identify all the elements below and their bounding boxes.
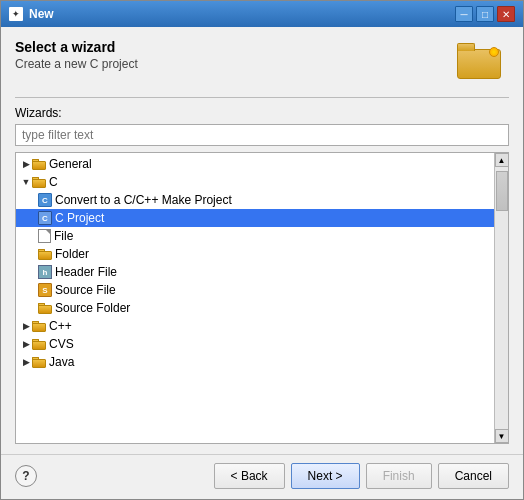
tree-item-cpp[interactable]: ▶ C++ [16, 317, 494, 335]
folder-icon-cpp [32, 320, 46, 332]
expand-icon-general: ▶ [20, 158, 32, 170]
next-button[interactable]: Next > [291, 463, 360, 489]
item-label-file: File [54, 229, 73, 243]
folder-icon-cvs [32, 338, 46, 350]
item-label-cvs: CVS [49, 337, 74, 351]
tree-container: ▶ General ▼ C [15, 152, 509, 444]
help-button[interactable]: ? [15, 465, 37, 487]
header-file-icon: h [38, 265, 52, 279]
item-label-folder: Folder [55, 247, 89, 261]
item-label-c: C [49, 175, 58, 189]
window-icon: ✦ [9, 7, 23, 21]
scroll-thumb[interactable] [496, 171, 508, 211]
tree-item-general[interactable]: ▶ General [16, 155, 494, 173]
scroll-down-button[interactable]: ▼ [495, 429, 509, 443]
scroll-track [495, 167, 508, 429]
minimize-button[interactable]: ─ [455, 6, 473, 22]
item-label-java: Java [49, 355, 74, 369]
finish-button[interactable]: Finish [366, 463, 432, 489]
expand-icon-cvs: ▶ [20, 338, 32, 350]
maximize-button[interactable]: □ [476, 6, 494, 22]
bottom-bar: ? < Back Next > Finish Cancel [1, 454, 523, 499]
item-label-convert: Convert to a C/C++ Make Project [55, 193, 232, 207]
tree-item-folder[interactable]: Folder [16, 245, 494, 263]
cancel-button[interactable]: Cancel [438, 463, 509, 489]
folder-icon-sourcefolder [38, 302, 52, 314]
item-label-general: General [49, 157, 92, 171]
source-file-icon: S [38, 283, 52, 297]
title-bar-left: ✦ New [9, 7, 54, 21]
scroll-up-button[interactable]: ▲ [495, 153, 509, 167]
title-bar: ✦ New ─ □ ✕ [1, 1, 523, 27]
tree-item-cvs[interactable]: ▶ CVS [16, 335, 494, 353]
tree-item-convert[interactable]: C Convert to a C/C++ Make Project [16, 191, 494, 209]
c-file-icon-cproject: C [38, 211, 52, 225]
tree-item-sourcefile[interactable]: S Source File [16, 281, 494, 299]
window-title: New [29, 7, 54, 21]
back-button[interactable]: < Back [214, 463, 285, 489]
button-group: < Back Next > Finish Cancel [214, 463, 509, 489]
item-label-sourcefile: Source File [55, 283, 116, 297]
folder-icon-folder-item [38, 248, 52, 260]
c-file-icon-convert: C [38, 193, 52, 207]
tree-item-c[interactable]: ▼ C [16, 173, 494, 191]
page-title: Select a wizard [15, 39, 138, 55]
expand-icon-cpp: ▶ [20, 320, 32, 332]
title-buttons: ─ □ ✕ [455, 6, 515, 22]
item-label-cproject: C Project [55, 211, 104, 225]
item-label-cpp: C++ [49, 319, 72, 333]
divider [15, 97, 509, 98]
item-label-headerfile: Header File [55, 265, 117, 279]
folder-sparkle [489, 47, 499, 57]
wizards-label: Wizards: [15, 106, 509, 120]
item-label-sourcefolder: Source Folder [55, 301, 130, 315]
window: ✦ New ─ □ ✕ Select a wizard Create a new… [0, 0, 524, 500]
close-button[interactable]: ✕ [497, 6, 515, 22]
content-area: Select a wizard Create a new C project W… [1, 27, 523, 454]
expand-icon-c: ▼ [20, 176, 32, 188]
folder-icon-java [32, 356, 46, 368]
folder-tab-large [457, 43, 475, 51]
filter-input[interactable] [15, 124, 509, 146]
tree-item-sourcefolder[interactable]: Source Folder [16, 299, 494, 317]
expand-icon-java: ▶ [20, 356, 32, 368]
header-section: Select a wizard Create a new C project [15, 39, 509, 83]
folder-icon-general [32, 158, 46, 170]
tree-item-headerfile[interactable]: h Header File [16, 263, 494, 281]
page-subtitle: Create a new C project [15, 57, 138, 71]
header-text: Select a wizard Create a new C project [15, 39, 138, 71]
header-folder-icon [457, 39, 509, 83]
tree-content: ▶ General ▼ C [16, 153, 494, 443]
tree-item-file[interactable]: File [16, 227, 494, 245]
tree-item-java[interactable]: ▶ Java [16, 353, 494, 371]
folder-icon-c [32, 176, 46, 188]
tree-item-cproject[interactable]: C C Project [16, 209, 494, 227]
file-icon-file [38, 229, 51, 243]
scrollbar[interactable]: ▲ ▼ [494, 153, 508, 443]
